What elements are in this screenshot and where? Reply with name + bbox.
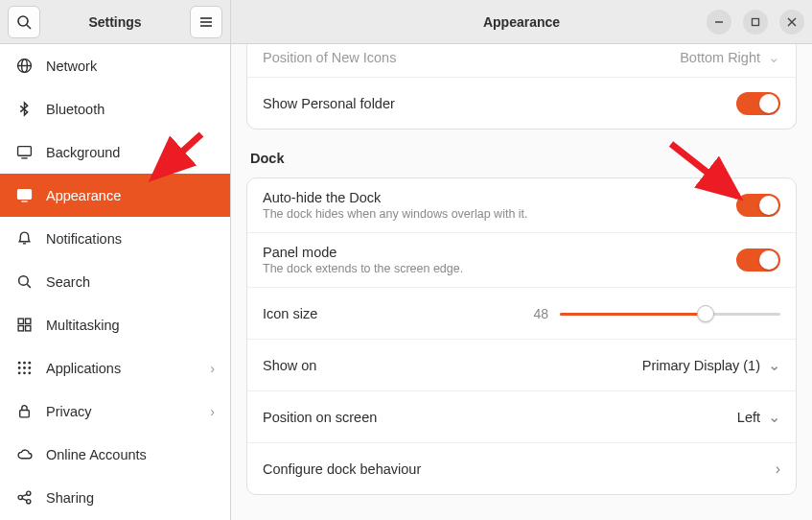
toggle-autohide[interactable] <box>736 194 780 217</box>
lock-icon <box>15 403 33 420</box>
minimize-button[interactable] <box>707 10 731 35</box>
row-label: Icon size <box>263 306 317 321</box>
search-icon <box>15 273 33 291</box>
svg-line-38 <box>22 499 27 501</box>
svg-point-24 <box>17 362 20 365</box>
svg-line-1 <box>27 25 31 29</box>
row-sublabel: The dock extends to the screen edge. <box>263 262 463 275</box>
sidebar-item-bluetooth[interactable]: Bluetooth <box>0 87 230 130</box>
chevron-right-icon: › <box>776 461 780 478</box>
close-icon <box>787 17 797 27</box>
toggle-panel-mode[interactable] <box>736 248 780 272</box>
row-position-new-icons[interactable]: Position of New Icons Bottom Right ⌄ <box>247 44 796 77</box>
row-label: Auto-hide the Dock <box>263 190 528 205</box>
sidebar-item-label: Search <box>46 274 90 290</box>
chevron-down-icon: ⌄ <box>768 408 780 426</box>
svg-point-34 <box>18 495 22 499</box>
sidebar-item-network[interactable]: Network <box>0 44 230 87</box>
row-label: Position of New Icons <box>263 50 396 65</box>
svg-rect-6 <box>753 18 759 25</box>
svg-point-32 <box>28 371 31 374</box>
window-controls <box>707 10 804 35</box>
sidebar-item-label: Background <box>46 145 120 160</box>
content-area: Position of New Icons Bottom Right ⌄ Sho… <box>231 44 812 520</box>
sidebar-item-label: Privacy <box>46 404 92 419</box>
hamburger-icon <box>198 14 214 30</box>
bell-icon <box>15 230 33 248</box>
row-show-personal-folder: Show Personal folder <box>247 77 796 129</box>
sidebar-item-online-accounts[interactable]: Online Accounts <box>0 433 230 476</box>
svg-rect-21 <box>25 319 30 323</box>
row-value: Bottom Right <box>680 50 760 65</box>
minimize-icon <box>714 17 724 27</box>
sidebar-item-notifications[interactable]: Notifications <box>0 217 230 260</box>
svg-line-37 <box>22 494 27 496</box>
svg-point-35 <box>26 491 30 495</box>
svg-point-18 <box>18 276 28 286</box>
svg-point-28 <box>23 366 26 369</box>
svg-point-30 <box>17 371 20 374</box>
globe-icon <box>15 58 33 75</box>
row-icon-size: Icon size 48 <box>247 287 796 339</box>
search-button[interactable] <box>8 6 40 38</box>
row-label: Panel mode <box>263 245 463 260</box>
svg-rect-22 <box>18 326 23 331</box>
app-title: Settings <box>46 14 184 30</box>
icon-size-slider[interactable] <box>560 304 780 323</box>
sidebar-item-appearance[interactable]: Appearance <box>0 174 230 217</box>
dock-group: Auto-hide the Dock The dock hides when a… <box>246 177 797 495</box>
sidebar-item-multitasking[interactable]: Multitasking <box>0 303 230 346</box>
sidebar-item-search[interactable]: Search <box>0 260 230 303</box>
svg-point-0 <box>18 16 28 26</box>
toggle-personal-folder[interactable] <box>736 92 780 115</box>
svg-rect-12 <box>17 147 31 156</box>
sidebar-item-label: Applications <box>46 361 121 376</box>
section-title-dock: Dock <box>250 151 793 166</box>
sidebar-item-label: Bluetooth <box>46 102 104 117</box>
grid-icon <box>15 317 33 334</box>
row-configure-dock-behaviour[interactable]: Configure dock behaviour › <box>247 442 796 494</box>
cloud-icon <box>15 446 33 463</box>
sidebar-item-label: Network <box>46 59 97 74</box>
chevron-down-icon: ⌄ <box>768 50 780 65</box>
row-label: Configure dock behaviour <box>263 461 421 477</box>
sidebar-item-applications[interactable]: Applications› <box>0 346 230 390</box>
desktop-icons-group: Position of New Icons Bottom Right ⌄ Sho… <box>246 44 797 130</box>
header-right: Appearance <box>231 0 812 43</box>
sidebar-item-privacy[interactable]: Privacy› <box>0 390 230 433</box>
row-value: Left <box>737 410 760 425</box>
sidebar-item-background[interactable]: Background <box>0 130 230 174</box>
svg-rect-20 <box>18 319 23 323</box>
svg-point-36 <box>26 500 30 504</box>
sidebar-item-label: Appearance <box>46 188 121 203</box>
svg-point-27 <box>17 366 20 369</box>
bluetooth-icon <box>15 101 33 118</box>
svg-line-19 <box>27 284 31 288</box>
chevron-right-icon: › <box>210 361 215 376</box>
svg-rect-23 <box>25 326 30 331</box>
display-icon <box>15 144 33 161</box>
chevron-right-icon: › <box>210 404 215 419</box>
svg-point-15 <box>19 193 22 196</box>
icon-size-value: 48 <box>533 306 548 321</box>
row-position-on-screen[interactable]: Position on screen Left ⌄ <box>247 390 796 442</box>
maximize-icon <box>751 17 760 27</box>
sidebar-item-sharing[interactable]: Sharing <box>0 476 230 519</box>
maximize-button[interactable] <box>743 10 768 35</box>
row-label: Position on screen <box>263 410 377 425</box>
close-button[interactable] <box>779 10 804 35</box>
sidebar-item-label: Sharing <box>46 490 94 506</box>
share-icon <box>15 489 33 507</box>
row-label: Show Personal folder <box>263 96 395 111</box>
svg-point-26 <box>28 362 31 365</box>
menu-button[interactable] <box>190 6 222 38</box>
chevron-down-icon: ⌄ <box>768 356 780 374</box>
svg-rect-33 <box>19 410 29 416</box>
row-panel-mode: Panel mode The dock extends to the scree… <box>247 232 796 287</box>
sidebar: NetworkBluetoothBackgroundAppearanceNoti… <box>0 44 231 520</box>
search-icon <box>16 14 32 30</box>
row-show-on[interactable]: Show on Primary Display (1) ⌄ <box>247 339 796 390</box>
svg-point-25 <box>23 362 26 365</box>
svg-point-29 <box>28 366 31 369</box>
sidebar-item-label: Online Accounts <box>46 447 147 462</box>
